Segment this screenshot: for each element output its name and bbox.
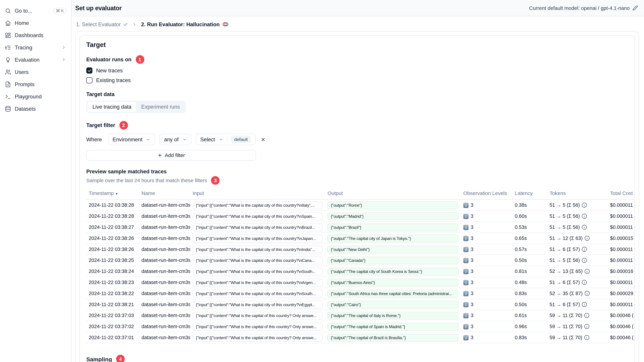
input-json-chip: {"input":[{"content":"What is the capita…	[192, 290, 322, 297]
cell-name: dataset-run-item-cm3s4	[139, 277, 190, 288]
sidebar-item-datasets[interactable]: Datasets	[0, 102, 71, 115]
table-row[interactable]: 2024-11-22 03:37:01 dataset-run-item-cm3…	[86, 332, 635, 343]
target-data-tabs: Live tracing data Experiment runs	[86, 100, 186, 113]
table-row[interactable]: 2024-11-22 03:38:21 dataset-run-item-cm3…	[86, 299, 635, 310]
table-row[interactable]: 2024-11-22 03:38:23 dataset-run-item-cm3…	[86, 277, 635, 288]
edit-model-icon[interactable]	[632, 5, 638, 10]
tab-live-tracing-data[interactable]: Live tracing data	[88, 102, 136, 112]
cell-tokens: 51 → 6 (Σ 57)i	[547, 244, 608, 255]
cell-timestamp: 2024-11-22 03:38:24	[86, 266, 139, 277]
table-row[interactable]: 2024-11-22 03:37:02 dataset-run-item-cm3…	[86, 321, 635, 332]
info-square-icon: i	[463, 335, 468, 340]
filter-value-select[interactable]: Select default	[196, 134, 256, 145]
info-square-icon: i	[463, 302, 468, 307]
ragas-logo-icon	[222, 21, 229, 27]
sidebar-item-go-to[interactable]: Go to... ⌘ K	[0, 4, 71, 17]
col-timestamp[interactable]: Timestamp▼	[86, 188, 139, 200]
table-row[interactable]: 2024-11-22 03:38:28 dataset-run-item-cm3…	[86, 200, 635, 211]
cell-output: {"output":"Cairo"}	[325, 299, 461, 310]
sidebar-item-evaluation[interactable]: Evaluation	[0, 53, 71, 66]
col-output: Output	[325, 188, 461, 200]
cell-output: {"output":"Rome"}	[325, 200, 461, 211]
sidebar-item-users[interactable]: Users	[0, 66, 71, 78]
remove-filter-icon[interactable]	[260, 137, 266, 142]
cell-latency: 0.81s	[512, 266, 547, 277]
new-traces-label: New traces	[96, 67, 123, 73]
tab-experiment-runs[interactable]: Experiment runs	[136, 102, 185, 112]
sidebar-item-prompts[interactable]: Prompts	[0, 78, 71, 90]
annotation-badge-1: 1	[136, 55, 144, 64]
table-row[interactable]: 2024-11-22 03:38:26 dataset-run-item-cm3…	[86, 244, 635, 255]
home-icon	[5, 20, 11, 26]
annotation-badge-4: 4	[116, 355, 125, 362]
table-row[interactable]: 2024-11-22 03:37:03 dataset-run-item-cm3…	[86, 310, 635, 321]
info-square-icon: i	[463, 236, 468, 241]
step-select-evaluator[interactable]: 1. Select Evaluator	[76, 21, 128, 27]
input-json-chip: {"input":[{"content":"What is the capita…	[192, 201, 322, 209]
annotation-badge-2: 2	[119, 121, 128, 129]
sidebar-item-tracing[interactable]: Tracing	[0, 41, 71, 53]
output-json-chip: {"output":"New Delhi"}	[328, 245, 458, 253]
sidebar-item-playground[interactable]: Playground	[0, 90, 71, 102]
col-input: Input	[190, 188, 325, 200]
table-header-row: Timestamp▼ Name Input Output Observation…	[86, 188, 635, 200]
cell-latency: 0.83s	[512, 332, 547, 343]
output-json-chip: {"output":"The capital city of Japan is …	[328, 234, 458, 242]
existing-traces-option[interactable]: Existing traces	[86, 77, 628, 83]
cell-tokens: 52 → 35 (Σ 87)i	[547, 288, 608, 299]
cell-input: {"input":[{"content":"What is the capita…	[190, 288, 325, 299]
filter-field-select[interactable]: Environment	[108, 134, 155, 145]
cell-output: {"output":"The capital city of South Kor…	[325, 266, 461, 277]
preview-heading: Preview sample matched traces	[86, 168, 628, 175]
cell-name: dataset-run-item-cm3s4	[139, 310, 190, 321]
col-observation-levels: Observation Levels	[461, 188, 512, 200]
table-row[interactable]: 2024-11-22 03:38:24 dataset-run-item-cm3…	[86, 266, 635, 277]
add-filter-button[interactable]: Add filter	[86, 150, 256, 161]
cell-output: {"output":"South Africa has three capita…	[325, 288, 461, 299]
cell-input: {"input":[{"content":"What is the capita…	[190, 244, 325, 255]
cell-output: {"output":"The capital city of Japan is …	[325, 233, 461, 244]
cell-input: {"input":[{"content":"What is the capita…	[190, 310, 325, 321]
cell-name: dataset-run-item-cm3s4	[139, 288, 190, 299]
filter-row: Where Environment any of	[86, 134, 628, 145]
new-traces-option[interactable]: New traces	[86, 67, 628, 73]
cell-input: {"input":[{"content":"What is the capita…	[190, 299, 325, 310]
output-json-chip: {"output":"South Africa has three capita…	[328, 290, 458, 297]
table-row[interactable]: 2024-11-22 03:38:28 dataset-run-item-cm3…	[86, 211, 635, 222]
input-json-chip: {"input":[{"content":"What is the capita…	[192, 268, 322, 275]
cell-tokens: 59 → 11 (Σ 70)i	[547, 332, 608, 343]
cell-total-cost: $0.00046 (	[608, 310, 635, 321]
existing-traces-checkbox[interactable]	[86, 77, 92, 83]
chevron-right-icon	[61, 45, 66, 50]
dashboard-icon	[5, 32, 11, 38]
table-row[interactable]: 2024-11-22 03:38:26 dataset-run-item-cm3…	[86, 233, 635, 244]
cell-observation-levels: i3	[461, 299, 512, 310]
table-row[interactable]: 2024-11-22 03:38:25 dataset-run-item-cm3…	[86, 255, 635, 266]
cell-input: {"input":[{"content":"What is the capita…	[190, 233, 325, 244]
cell-total-cost: $0.00046 (	[608, 332, 635, 343]
table-row[interactable]: 2024-11-22 03:38:27 dataset-run-item-cm3…	[86, 222, 635, 233]
sidebar-item-home[interactable]: Home	[0, 17, 71, 29]
step-run-evaluator[interactable]: 2. Run Evaluator: Hallucination	[141, 21, 229, 27]
cell-input: {"input":[{"content":"What is the capita…	[190, 332, 325, 343]
cell-total-cost: $0.000016	[608, 266, 635, 277]
users-icon	[5, 69, 11, 75]
cell-tokens: 51 → 5 (Σ 56)i	[547, 255, 608, 266]
cell-observation-levels: i3	[461, 233, 512, 244]
cell-observation-levels: i3	[461, 277, 512, 288]
sidebar-item-dashboards[interactable]: Dashboards	[0, 29, 71, 41]
new-traces-checkbox[interactable]	[86, 67, 92, 73]
cell-input: {"input":[{"content":"What is the capita…	[190, 211, 325, 222]
cell-timestamp: 2024-11-22 03:37:02	[86, 321, 139, 332]
col-name: Name	[139, 188, 190, 200]
cell-timestamp: 2024-11-22 03:38:28	[86, 211, 139, 222]
cell-total-cost: $0.000011 (	[608, 211, 635, 222]
cell-name: dataset-run-item-cm3s4	[139, 332, 190, 343]
cell-input: {"input":[{"content":"What is the capita…	[190, 277, 325, 288]
cell-total-cost: $0.000011 (	[608, 244, 635, 255]
filter-operator-select[interactable]: any of	[160, 134, 191, 145]
cell-observation-levels: i3	[461, 200, 512, 211]
table-row[interactable]: 2024-11-22 03:38:22 dataset-run-item-cm3…	[86, 288, 635, 299]
cell-total-cost: $0.000029	[608, 288, 635, 299]
cell-timestamp: 2024-11-22 03:38:26	[86, 233, 139, 244]
